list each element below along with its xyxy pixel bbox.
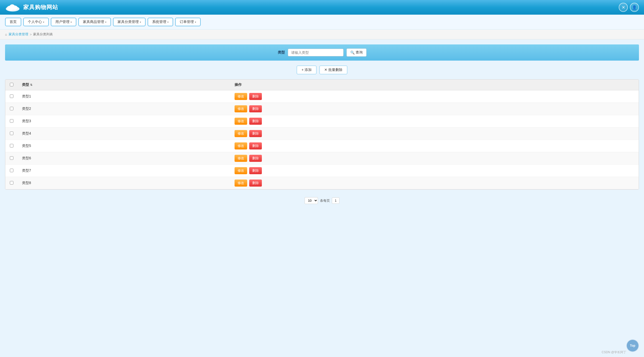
top-button[interactable]: Top <box>626 339 639 352</box>
nav-user-label: 用户管理 <box>55 20 70 24</box>
action-bar: + 添加 ✕ 批量删除 <box>5 66 639 74</box>
nav-user-arrow: ▾ <box>71 21 72 23</box>
per-page-text: 条每页 <box>320 198 330 203</box>
row-checkbox[interactable] <box>10 144 13 147</box>
nav-furniture-category[interactable]: 家具分类管理 ▾ <box>113 18 146 26</box>
row-actions: 修改 删除 <box>231 152 639 165</box>
delete-button[interactable]: 删除 <box>249 93 262 100</box>
nav-home-label: 首页 <box>10 20 17 24</box>
row-checkbox[interactable] <box>10 107 13 110</box>
row-checkbox[interactable] <box>10 169 13 172</box>
batch-delete-button[interactable]: ✕ 批量删除 <box>319 66 347 74</box>
table-row: 类型2 修改 删除 <box>5 103 639 115</box>
row-checkbox[interactable] <box>10 156 13 160</box>
row-checkbox-cell <box>5 140 18 152</box>
th-checkbox <box>5 80 18 90</box>
delete-button[interactable]: 删除 <box>249 180 262 187</box>
edit-button[interactable]: 修改 <box>235 105 247 112</box>
row-actions: 修改 删除 <box>231 165 639 177</box>
th-action: 操作 <box>231 80 639 90</box>
footer-area: Top <box>626 339 639 352</box>
delete-button[interactable]: 删除 <box>249 118 262 125</box>
nav-system[interactable]: 系统管理 ▾ <box>148 18 173 26</box>
row-checkbox-cell <box>5 128 18 140</box>
row-type: 类型6 <box>18 152 231 165</box>
row-type: 类型5 <box>18 140 231 152</box>
row-type: 类型4 <box>18 128 231 140</box>
nav-bar: 首页 个人中心 ▾ 用户管理 ▾ 家具商品管理 ▾ 家具分类管理 ▾ 系统管理 … <box>0 15 644 30</box>
delete-button[interactable]: 删除 <box>249 155 262 162</box>
delete-button[interactable]: 删除 <box>249 167 262 174</box>
search-input[interactable] <box>288 49 343 56</box>
nav-system-label: 系统管理 <box>152 20 166 24</box>
row-type: 类型7 <box>18 165 231 177</box>
sort-icon: ⇅ <box>30 83 32 86</box>
row-actions: 修改 删除 <box>231 177 639 189</box>
edit-button[interactable]: 修改 <box>235 155 247 162</box>
user-button[interactable]: 👤 <box>630 3 639 12</box>
select-all-checkbox[interactable] <box>10 83 13 86</box>
nav-home[interactable]: 首页 <box>5 18 21 26</box>
row-checkbox[interactable] <box>10 181 13 185</box>
row-checkbox-cell <box>5 115 18 128</box>
nav-furniture-products-label: 家具商品管理 <box>83 20 104 24</box>
nav-personal-arrow: ▾ <box>43 21 44 23</box>
breadcrumb-home-icon: ⌂ <box>5 33 7 36</box>
search-button-label: 查询 <box>356 50 363 55</box>
th-type[interactable]: 类型 ⇅ <box>18 80 231 90</box>
row-checkbox[interactable] <box>10 119 13 123</box>
breadcrumb-parent[interactable]: 家具分类管理 <box>9 32 28 37</box>
watermark: CSDN @学长阿丁 <box>602 350 626 354</box>
row-type: 类型3 <box>18 115 231 128</box>
row-checkbox-cell <box>5 165 18 177</box>
edit-button[interactable]: 修改 <box>235 130 247 137</box>
edit-button[interactable]: 修改 <box>235 93 247 100</box>
search-icon: 🔍 <box>350 50 355 55</box>
nav-user-management[interactable]: 用户管理 ▾ <box>51 18 76 26</box>
svg-point-3 <box>10 4 15 9</box>
current-page: 1 <box>332 197 339 204</box>
row-checkbox-cell <box>5 90 18 103</box>
nav-personal[interactable]: 个人中心 ▾ <box>23 18 49 26</box>
close-button[interactable]: ✕ <box>619 3 628 12</box>
site-title: 家具购物网站 <box>23 4 58 11</box>
table-body: 类型1 修改 删除 类型2 修改 删除 类型3 修改 删除 <box>5 90 639 189</box>
row-checkbox[interactable] <box>10 94 13 98</box>
logo-area: 家具购物网站 <box>5 3 58 12</box>
table-row: 类型1 修改 删除 <box>5 90 639 103</box>
row-checkbox[interactable] <box>10 132 13 135</box>
table-row: 类型3 修改 删除 <box>5 115 639 128</box>
row-type: 类型1 <box>18 90 231 103</box>
nav-furniture-products-arrow: ▾ <box>105 21 106 23</box>
breadcrumb: ⌂ 家具分类管理 > 家具分类列表 <box>0 30 644 39</box>
row-actions: 修改 删除 <box>231 90 639 103</box>
add-button[interactable]: + 添加 <box>297 66 316 74</box>
delete-button[interactable]: 删除 <box>249 130 262 137</box>
delete-button[interactable]: 删除 <box>249 105 262 112</box>
header-actions: ✕ 👤 <box>619 3 639 12</box>
breadcrumb-separator: > <box>30 33 32 36</box>
nav-personal-label: 个人中心 <box>28 20 42 24</box>
th-type-label: 类型 <box>22 83 29 87</box>
data-table: 类型 ⇅ 操作 类型1 修改 删除 类型2 <box>5 80 639 189</box>
edit-button[interactable]: 修改 <box>235 180 247 187</box>
nav-orders-arrow: ▾ <box>195 21 196 23</box>
edit-button[interactable]: 修改 <box>235 118 247 125</box>
row-actions: 修改 删除 <box>231 128 639 140</box>
main-content: 类型 🔍 查询 + 添加 ✕ 批量删除 类型 ⇅ 操作 <box>0 39 644 356</box>
nav-orders-label: 订单管理 <box>180 20 194 24</box>
edit-button[interactable]: 修改 <box>235 167 247 174</box>
nav-furniture-category-arrow: ▾ <box>140 21 141 23</box>
table-row: 类型6 修改 删除 <box>5 152 639 165</box>
table-header-row: 类型 ⇅ 操作 <box>5 80 639 90</box>
row-type: 类型2 <box>18 103 231 115</box>
per-page-select[interactable]: 10 20 50 <box>305 197 318 204</box>
edit-button[interactable]: 修改 <box>235 142 247 149</box>
nav-orders[interactable]: 订单管理 ▾ <box>175 18 201 26</box>
search-bar: 类型 🔍 查询 <box>5 44 639 61</box>
table-row: 类型4 修改 删除 <box>5 128 639 140</box>
delete-button[interactable]: 删除 <box>249 142 262 149</box>
search-button[interactable]: 🔍 查询 <box>347 48 366 57</box>
nav-furniture-products[interactable]: 家具商品管理 ▾ <box>78 18 111 26</box>
row-checkbox-cell <box>5 103 18 115</box>
